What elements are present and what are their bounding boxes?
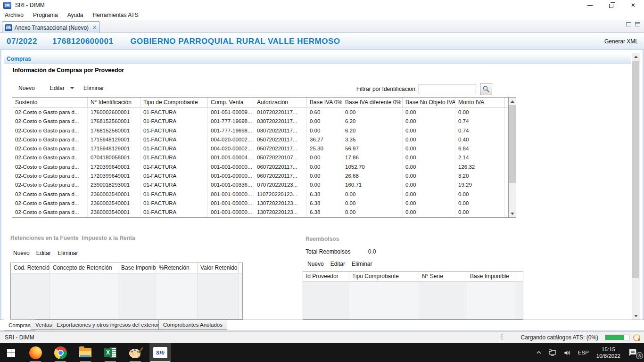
maximize-view-icon[interactable] (635, 22, 640, 26)
column-header[interactable]: N° Identificación (88, 98, 140, 107)
compras-table-scrollbar[interactable] (508, 97, 516, 218)
taskbar-sri-dimm[interactable]: SRi (149, 343, 171, 362)
table-cell: 6.84 (455, 144, 505, 153)
column-header[interactable]: Id Proveedor (303, 272, 349, 281)
table-row[interactable]: 02-Costo o Gasto para d...23900182930010… (12, 181, 508, 189)
column-header[interactable]: Autorización (254, 98, 307, 107)
reembolsos-title: Reembolsos (305, 236, 339, 242)
eliminar-button[interactable]: Eliminar (81, 84, 107, 92)
empty-table-body (11, 273, 242, 319)
table-cell: 110720220123... (254, 190, 307, 199)
content-scrollbar[interactable] (632, 53, 640, 320)
table-row[interactable]: 02-Costo o Gasto para d...23600035400010… (12, 199, 508, 208)
table-cell: 1760002600001 (88, 108, 140, 117)
column-header[interactable]: Concepto de Retención (50, 263, 118, 273)
taskbar-file-explorer[interactable] (74, 343, 96, 362)
windows-logo-icon (7, 349, 15, 357)
clock[interactable]: 15:15 10/8/2022 (592, 346, 625, 360)
column-header[interactable]: Base Imponible (467, 272, 515, 281)
table-cell: 01-FACTURA (140, 135, 208, 144)
network-icon[interactable] (545, 343, 560, 362)
taskbar-excel[interactable]: X (99, 343, 121, 362)
table-cell: 0.00 (403, 108, 455, 117)
table-row[interactable]: 02-Costo o Gasto para d...17203996490010… (12, 172, 508, 181)
scroll-up-icon[interactable] (509, 98, 516, 105)
column-header[interactable]: Comp. Venta (208, 98, 254, 107)
column-header[interactable]: N° Serie (419, 272, 467, 281)
reembolsos-eliminar-button[interactable]: Eliminar (352, 261, 372, 267)
table-row[interactable]: 02-Costo o Gasto para d...07041800580010… (12, 153, 508, 162)
content-scroll-up-icon[interactable] (632, 53, 639, 60)
taskbar-paint[interactable] (124, 343, 146, 362)
minimize-view-icon[interactable] (626, 22, 631, 26)
table-row[interactable]: 02-Costo o Gasto para d...17681525600010… (12, 117, 508, 126)
column-header[interactable]: Base IVA diferente 0% (342, 98, 403, 107)
start-button[interactable] (0, 343, 22, 362)
language-indicator[interactable]: ESP (575, 343, 592, 362)
column-header[interactable]: Cod. Retención (11, 263, 50, 273)
table-cell: 0.00 (307, 163, 342, 172)
retenciones-eliminar-button[interactable]: Eliminar (58, 250, 78, 256)
volume-icon[interactable] (560, 343, 575, 362)
column-header[interactable]: Valor Retenido (198, 263, 239, 273)
table-cell: 0.00 (455, 208, 505, 217)
table-cell: 0.00 (403, 208, 455, 217)
content-scroll-down-icon[interactable] (632, 312, 639, 320)
table-row[interactable]: 02-Costo o Gasto para d...17159481290010… (12, 144, 508, 153)
table-cell: 0.00 (403, 144, 455, 153)
minimize-button[interactable] (579, 0, 601, 10)
generar-xml-button[interactable]: Generar XML (604, 38, 638, 45)
content-scroll-thumb[interactable] (632, 61, 639, 278)
search-button[interactable] (480, 83, 492, 95)
table-row[interactable]: 02-Costo o Gasto para d...17159481290010… (12, 135, 508, 144)
table-row[interactable]: 02-Costo o Gasto para d...23600035400010… (12, 190, 508, 199)
scroll-thumb[interactable] (509, 105, 516, 183)
menu-archivo[interactable]: Archivo (0, 12, 28, 18)
table-cell: 001-001-00000... (208, 190, 254, 199)
column-header[interactable]: Monto IVA (455, 98, 505, 107)
tab-close-icon[interactable]: ✕ (92, 25, 97, 31)
notification-center-button[interactable]: 3 (625, 343, 644, 362)
restore-icon (609, 4, 613, 8)
table-row[interactable]: 02-Costo o Gasto para d...17600026000010… (12, 108, 508, 117)
table-cell: 1715948129001 (88, 135, 140, 144)
bottom-tab-exportaciones[interactable]: Exportaciones y otros ingresos del exter… (52, 320, 164, 330)
column-header[interactable]: Base IVA 0% (307, 98, 342, 107)
menu-programa[interactable]: Programa (28, 12, 63, 18)
tray-chevron-up-icon[interactable] (532, 343, 545, 362)
column-header[interactable]: Base No Objeto IVA (403, 98, 455, 107)
table-cell: 2390018293001 (88, 181, 140, 189)
taskbar-chrome[interactable] (50, 343, 71, 362)
table-cell: 02-Costo o Gasto para d... (12, 190, 88, 199)
retenciones-editar-button[interactable]: Editar (36, 250, 51, 256)
table-cell: 3.20 (455, 172, 505, 181)
file-explorer-icon (79, 348, 91, 357)
taskbar-firefox[interactable] (25, 343, 46, 362)
restore-button[interactable] (601, 0, 622, 10)
reembolsos-nuevo-button[interactable]: Nuevo (307, 261, 324, 267)
nuevo-button[interactable]: Nuevo (16, 84, 38, 92)
taskbar: X SRi ESP 15:15 1 (0, 343, 644, 362)
column-header[interactable]: Tipo de Comprobante (140, 98, 208, 107)
column-header[interactable]: Base Imponible (118, 263, 156, 273)
menu-ayuda[interactable]: Ayuda (63, 12, 88, 18)
scroll-down-icon[interactable] (509, 210, 516, 217)
column-header[interactable]: Sustento (12, 98, 88, 107)
tab-anexo-transaccional[interactable]: SRi Anexo Transaccional (Nuevo) ✕ (2, 21, 100, 33)
retenciones-nuevo-button[interactable]: Nuevo (13, 250, 30, 256)
filter-input[interactable] (419, 84, 476, 94)
table-row[interactable]: 02-Costo o Gasto para d...23600035400010… (12, 208, 508, 217)
table-row[interactable]: 02-Costo o Gasto para d...17681525600010… (12, 126, 508, 135)
tray-time: 15:15 (596, 346, 620, 353)
tray-date: 10/8/2022 (596, 353, 620, 359)
bottom-tab-comprobantes-anulados[interactable]: Comprobantes Anulados (158, 320, 227, 330)
editar-button[interactable]: Editar (47, 84, 67, 92)
table-row[interactable]: 02-Costo o Gasto para d...17203996490010… (12, 163, 508, 172)
editar-dropdown-icon[interactable] (70, 87, 74, 89)
menu-herramientas-ats[interactable]: Herramientas ATS (88, 12, 143, 18)
close-button[interactable]: ✕ (622, 0, 644, 10)
reembolsos-toolbar: Nuevo Editar Eliminar (307, 261, 372, 267)
reembolsos-editar-button[interactable]: Editar (330, 261, 345, 267)
column-header[interactable]: Tipo Comprobante (349, 272, 419, 281)
column-header[interactable]: %Retención (156, 263, 198, 273)
